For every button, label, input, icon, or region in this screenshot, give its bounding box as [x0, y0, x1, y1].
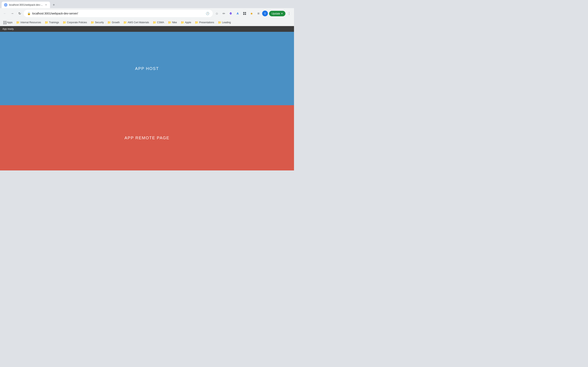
folder-icon: 📁 — [168, 21, 171, 24]
bookmark-apps[interactable]: Apps — [2, 20, 14, 25]
bookmark-nike[interactable]: 📁 Nike — [166, 20, 179, 25]
bookmark-label: AWS Cert Materials — [128, 21, 149, 24]
svg-rect-4 — [243, 12, 244, 13]
tab-close-button[interactable]: × — [44, 3, 48, 7]
app-remote-label: APP REMOTE PAGE — [125, 136, 169, 140]
eyedropper-button[interactable]: ✏ — [221, 10, 227, 17]
reload-button[interactable]: ↻ — [16, 10, 23, 17]
lock-icon: 🔒 — [27, 12, 31, 15]
svg-rect-5 — [245, 12, 246, 13]
browser-chrome: localhost:3001/webpack-dev-... × + ← → ↻… — [0, 0, 294, 170]
app-remote-section: APP REMOTE PAGE — [0, 105, 294, 170]
bookmark-button[interactable]: ☆ — [214, 10, 220, 17]
bookmark-csma[interactable]: 📁 CSMA — [151, 20, 166, 25]
svg-text:7: 7 — [230, 13, 231, 15]
bookmark-apps-label: Apps — [7, 21, 12, 24]
update-button[interactable]: Update ▼ — [269, 11, 285, 16]
bookmark-label: Internal Resources — [20, 21, 41, 24]
bookmark-label: Growth — [112, 21, 120, 24]
folder-icon: 📁 — [195, 21, 198, 24]
url-text: localhost:3001/webpack-dev-server/ — [32, 12, 204, 15]
svg-rect-7 — [245, 14, 246, 15]
folder-icon: 📁 — [107, 21, 111, 24]
nav-bar: ← → ↻ 🔒 localhost:3001/webpack-dev-serve… — [0, 8, 294, 19]
bookmark-label: Corporate Policies — [67, 21, 87, 24]
folder-icon: 📁 — [181, 21, 184, 24]
extension-icon-5[interactable]: ⊞ — [255, 10, 262, 17]
bookmark-internal-resources[interactable]: 📁 Internal Resources — [15, 20, 43, 25]
bookmark-label: Trainings — [49, 21, 59, 24]
bookmarks-bar: Apps 📁 Internal Resources 📁 Trainings 📁 … — [0, 19, 294, 26]
extension-icon-2[interactable]: A — [234, 10, 241, 17]
extension-icon-4[interactable]: ★ — [248, 10, 255, 17]
folder-icon: 📁 — [123, 21, 127, 24]
bookmark-presentations[interactable]: 📁 Presentations — [193, 20, 216, 25]
menu-button[interactable]: ⋮ — [286, 10, 292, 17]
bookmark-apple[interactable]: 📁 Apple — [179, 20, 193, 25]
bookmark-leading[interactable]: 📁 Leading — [216, 20, 233, 25]
extension-icon-3[interactable] — [241, 10, 248, 17]
new-tab-button[interactable]: + — [51, 2, 57, 8]
address-bar[interactable]: 🔒 localhost:3001/webpack-dev-server/ 🕐 — [24, 10, 213, 17]
main-content: APP HOST APP REMOTE PAGE — [0, 32, 294, 170]
toolbar-icons: ☆ ✏ 7 A ★ ⊞ U Updat — [214, 10, 292, 17]
svg-rect-6 — [243, 14, 244, 15]
folder-icon: 📁 — [16, 21, 20, 24]
app-host-section: APP HOST — [0, 32, 294, 105]
extension-icon-1[interactable]: 7 — [227, 10, 234, 17]
bookmark-security[interactable]: 📁 Security — [89, 20, 105, 25]
bookmark-label: CSMA — [157, 21, 164, 24]
folder-icon: 📁 — [91, 21, 94, 24]
bookmark-label: Apple — [185, 21, 191, 24]
bookmark-corporate-policies[interactable]: 📁 Corporate Policies — [61, 20, 89, 25]
update-label: Update — [272, 12, 280, 15]
status-message: App ready. — [2, 27, 14, 30]
tab-favicon — [4, 3, 7, 7]
folder-icon: 📁 — [45, 21, 48, 24]
update-chevron-icon: ▼ — [281, 12, 283, 15]
url-host: localhost:3001/webpack-dev-server/ — [32, 12, 78, 15]
history-icon: 🕐 — [206, 12, 209, 15]
tab-bar: localhost:3001/webpack-dev-... × + — [0, 0, 294, 8]
status-bar: App ready. — [0, 26, 294, 32]
profile-avatar[interactable]: U — [262, 11, 268, 16]
forward-button[interactable]: → — [9, 10, 16, 17]
folder-icon: 📁 — [63, 21, 66, 24]
bookmark-label: Presentations — [199, 21, 214, 24]
bookmark-trainings[interactable]: 📁 Trainings — [43, 20, 61, 25]
bookmark-aws[interactable]: 📁 AWS Cert Materials — [122, 20, 151, 25]
back-button[interactable]: ← — [2, 10, 8, 17]
folder-icon: 📁 — [153, 21, 156, 24]
tab-title: localhost:3001/webpack-dev-... — [9, 3, 43, 6]
active-tab[interactable]: localhost:3001/webpack-dev-... × — [2, 2, 50, 8]
bookmark-growth[interactable]: 📁 Growth — [106, 20, 121, 25]
bookmark-label: Security — [95, 21, 104, 24]
svg-point-1 — [5, 4, 6, 5]
app-host-label: APP HOST — [135, 66, 159, 71]
bookmark-label: Leading — [222, 21, 231, 24]
folder-icon: 📁 — [218, 21, 221, 24]
bookmark-label: Nike — [172, 21, 177, 24]
apps-grid-icon — [3, 21, 6, 24]
